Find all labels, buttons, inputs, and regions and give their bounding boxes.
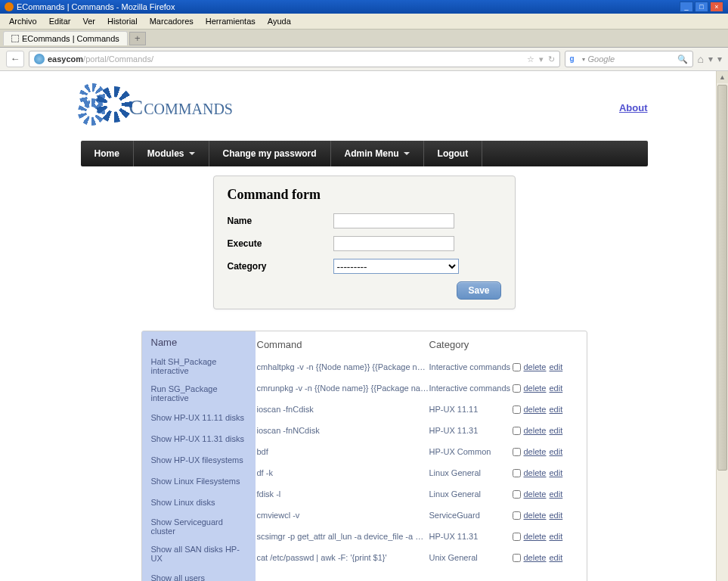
save-button[interactable]: Save — [457, 281, 500, 300]
delete-link[interactable]: delete — [524, 468, 547, 477]
row-checkbox[interactable] — [513, 490, 521, 499]
table-row: cmrunpkg -v -n {{Node name}} {{Package n… — [256, 377, 587, 399]
command-form: Command form Name Execute Category -----… — [213, 176, 516, 309]
row-checkbox[interactable] — [513, 469, 521, 477]
cell-category: HP-UX 11.31 — [429, 532, 513, 541]
close-button[interactable]: × — [710, 2, 723, 12]
chevron-down-icon — [189, 152, 195, 155]
category-select[interactable]: --------- — [333, 259, 459, 274]
window-title: ECommands | Commands - Mozilla Firefox — [17, 2, 175, 11]
more-icon[interactable]: ▾ — [717, 54, 722, 64]
new-tab-button[interactable]: + — [129, 32, 146, 45]
table-row: bdfHP-UX Commondelete edit — [256, 441, 587, 462]
row-checkbox[interactable] — [513, 363, 521, 371]
edit-link[interactable]: edit — [549, 468, 562, 477]
cell-command: ioscan -fnCdisk — [256, 405, 429, 414]
browser-navbar: ← easycom/portal/Commands/ ☆ ▾ ↻ g ▾ Goo… — [0, 48, 728, 71]
delete-link[interactable]: delete — [524, 511, 547, 520]
table-row-name[interactable]: Show HP-UX filesystems — [142, 449, 256, 471]
delete-link[interactable]: delete — [524, 447, 547, 456]
tab-title: ECommands | Commands — [22, 34, 119, 43]
bookmark-icon[interactable]: ☆ — [527, 54, 534, 64]
menu-ayuda[interactable]: Ayuda — [263, 15, 296, 27]
col-header-command: Command — [256, 339, 429, 350]
delete-link[interactable]: delete — [524, 532, 547, 541]
edit-link[interactable]: edit — [549, 553, 562, 562]
delete-link[interactable]: delete — [524, 489, 547, 499]
row-checkbox[interactable] — [513, 427, 521, 435]
scroll-thumb[interactable] — [717, 85, 727, 471]
cell-command: scsimgr -p get_attr all_lun -a device_fi… — [256, 532, 429, 541]
nav-logout[interactable]: Logout — [424, 141, 483, 166]
browser-tab[interactable]: ECommands | Commands — [3, 31, 128, 45]
menu-archivo[interactable]: Archivo — [5, 15, 42, 27]
execute-input[interactable] — [333, 236, 454, 251]
about-link[interactable]: About — [619, 102, 648, 113]
url-bar[interactable]: easycom/portal/Commands/ ☆ ▾ ↻ — [29, 51, 560, 67]
page-viewport: e CCommands About Home Modules Change my… — [0, 71, 728, 581]
delete-link[interactable]: delete — [524, 426, 547, 435]
table-row-name[interactable]: Halt SH_Package interactive — [142, 353, 256, 380]
site-logo[interactable]: e CCommands — [81, 85, 234, 130]
table-row-name[interactable]: Show all SAN disks HP-UX — [142, 540, 256, 567]
search-bar[interactable]: g ▾ Google 🔍 — [565, 51, 693, 67]
edit-link[interactable]: edit — [549, 405, 562, 414]
edit-link[interactable]: edit — [549, 532, 562, 541]
edit-link[interactable]: edit — [549, 384, 562, 393]
nav-modules[interactable]: Modules — [134, 141, 209, 166]
table-row-name[interactable]: Show Linux disks — [142, 492, 256, 513]
cell-command: df -k — [256, 468, 429, 477]
table-row-name[interactable]: Show HP-UX 11.31 disks — [142, 428, 256, 449]
row-checkbox[interactable] — [513, 448, 521, 456]
scrollbar[interactable]: ▲ ▼ — [716, 71, 728, 581]
window-titlebar: ECommands | Commands - Mozilla Firefox _… — [0, 0, 728, 14]
edit-link[interactable]: edit — [549, 511, 562, 520]
category-label: Category — [228, 261, 333, 272]
minimize-button[interactable]: _ — [680, 2, 693, 12]
table-row-name[interactable]: Show Serviceguard cluster — [142, 513, 256, 540]
cell-category: Interactive commands — [429, 384, 513, 393]
delete-link[interactable]: delete — [524, 384, 547, 393]
table-row-name[interactable]: Run SG_Package interactive — [142, 380, 256, 407]
scroll-up-icon[interactable]: ▲ — [717, 71, 728, 83]
cell-command: ioscan -fnNCdisk — [256, 426, 429, 435]
row-checkbox[interactable] — [513, 554, 521, 562]
home-icon[interactable]: ⌂ — [698, 53, 704, 65]
edit-link[interactable]: edit — [549, 447, 562, 456]
reload-icon[interactable]: ↻ — [548, 54, 555, 64]
url-text: easycom/portal/Commands/ — [48, 54, 527, 64]
table-row-name[interactable]: Show Linux Filesystems — [142, 471, 256, 492]
menu-historial[interactable]: Historial — [103, 15, 142, 27]
nav-admin-menu[interactable]: Admin Menu — [331, 141, 424, 166]
row-checkbox[interactable] — [513, 511, 521, 520]
delete-link[interactable]: delete — [524, 553, 547, 562]
table-row-name[interactable]: Show all users — [142, 567, 256, 581]
delete-link[interactable]: delete — [524, 362, 547, 371]
maximize-button[interactable]: □ — [695, 2, 708, 12]
gears-icon: e — [81, 85, 126, 130]
menu-herramientas[interactable]: Herramientas — [201, 15, 260, 27]
search-icon[interactable]: 🔍 — [677, 54, 688, 64]
table-row-name[interactable]: Show HP-UX 11.11 disks — [142, 407, 256, 428]
back-button[interactable]: ← — [6, 51, 24, 67]
menu-ver[interactable]: Ver — [78, 15, 100, 27]
menu-marcadores[interactable]: Marcadores — [145, 15, 198, 27]
table-row: cat /etc/passwd | awk -F: '{print $1}'Un… — [256, 547, 587, 568]
dropdown-icon[interactable]: ▾ — [539, 54, 544, 64]
col-header-name: Name — [142, 331, 256, 353]
cell-command: bdf — [256, 447, 429, 456]
edit-link[interactable]: edit — [549, 426, 562, 435]
row-checkbox[interactable] — [513, 384, 521, 393]
delete-link[interactable]: delete — [524, 405, 547, 414]
name-input[interactable] — [333, 213, 454, 228]
row-checkbox[interactable] — [513, 405, 521, 414]
google-icon: g — [570, 54, 579, 64]
nav-home[interactable]: Home — [81, 141, 134, 166]
edit-link[interactable]: edit — [549, 489, 562, 499]
menu-editar[interactable]: Editar — [45, 15, 76, 27]
row-checkbox[interactable] — [513, 533, 521, 541]
table-row: df -kLinux Generaldelete edit — [256, 462, 587, 483]
edit-link[interactable]: edit — [549, 362, 562, 371]
downloads-icon[interactable]: ▾ — [708, 54, 713, 64]
nav-change-password[interactable]: Change my password — [209, 141, 331, 166]
